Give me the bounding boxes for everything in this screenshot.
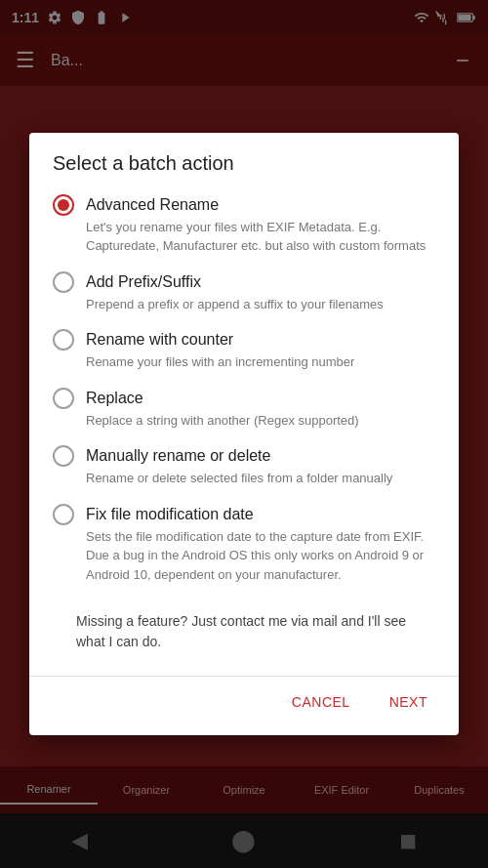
option-advanced-rename-desc: Let's you rename your files with EXIF Me… xyxy=(86,218,435,256)
option-manually-rename-desc: Rename or delete selected files from a f… xyxy=(86,469,435,488)
option-fix-modification-date-desc: Sets the file modification date to the c… xyxy=(86,527,435,585)
radio-add-prefix-suffix[interactable] xyxy=(53,271,74,293)
dialog-actions: CANCEL NEXT xyxy=(29,676,459,735)
radio-fix-modification-date[interactable] xyxy=(53,504,74,525)
option-manually-rename-row[interactable]: Manually rename or delete xyxy=(53,445,435,467)
option-advanced-rename[interactable]: Advanced Rename Let's you rename your fi… xyxy=(53,194,435,256)
option-fix-modification-date[interactable]: Fix file modification date Sets the file… xyxy=(53,504,435,585)
option-replace-desc: Replace a string with another (Regex sup… xyxy=(86,411,435,431)
dialog-feature-note: Missing a feature? Just contact me via m… xyxy=(53,599,435,668)
dialog-overlay: Select a batch action Advanced Rename Le… xyxy=(0,0,488,868)
option-rename-with-counter-row[interactable]: Rename with counter xyxy=(53,329,435,351)
option-rename-with-counter[interactable]: Rename with counter Rename your files wi… xyxy=(53,329,435,372)
option-add-prefix-suffix-row[interactable]: Add Prefix/Suffix xyxy=(53,271,435,293)
option-rename-with-counter-label: Rename with counter xyxy=(86,331,233,349)
radio-replace[interactable] xyxy=(53,388,74,409)
option-add-prefix-suffix-desc: Prepend a prefix or append a suffix to y… xyxy=(86,295,435,314)
option-rename-with-counter-desc: Rename your files with an incrementing n… xyxy=(86,352,435,372)
option-advanced-rename-label: Advanced Rename xyxy=(86,196,219,214)
radio-manually-rename[interactable] xyxy=(53,445,74,467)
batch-action-dialog: Select a batch action Advanced Rename Le… xyxy=(29,133,459,736)
option-manually-rename-label: Manually rename or delete xyxy=(86,447,270,465)
next-button[interactable]: NEXT xyxy=(374,684,443,720)
option-fix-modification-date-row[interactable]: Fix file modification date xyxy=(53,504,435,525)
option-manually-rename[interactable]: Manually rename or delete Rename or dele… xyxy=(53,445,435,488)
cancel-button[interactable]: CANCEL xyxy=(276,684,366,720)
option-add-prefix-suffix[interactable]: Add Prefix/Suffix Prepend a prefix or ap… xyxy=(53,271,435,314)
option-replace-row[interactable]: Replace xyxy=(53,388,435,409)
option-fix-modification-date-label: Fix file modification date xyxy=(86,506,254,523)
option-advanced-rename-row[interactable]: Advanced Rename xyxy=(53,194,435,216)
option-replace-label: Replace xyxy=(86,390,143,407)
dialog-title: Select a batch action xyxy=(29,133,459,186)
dialog-content: Advanced Rename Let's you rename your fi… xyxy=(29,186,459,677)
option-replace[interactable]: Replace Replace a string with another (R… xyxy=(53,388,435,431)
radio-advanced-rename[interactable] xyxy=(53,194,74,216)
radio-rename-with-counter[interactable] xyxy=(53,329,74,351)
option-add-prefix-suffix-label: Add Prefix/Suffix xyxy=(86,273,201,291)
